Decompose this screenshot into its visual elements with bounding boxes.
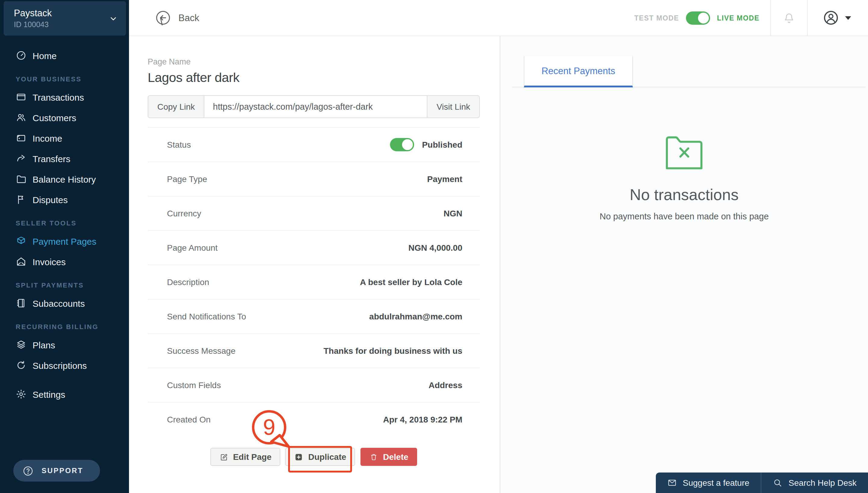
settings-icon <box>16 389 26 400</box>
detail-row-value: Published <box>422 140 462 149</box>
balance-history-icon <box>16 174 26 185</box>
suggest-feature-button[interactable]: Suggest a feature <box>655 472 761 493</box>
detail-row-label: Description <box>167 277 209 287</box>
panel-tabs: Recent Payments <box>512 36 866 87</box>
tab-recent-payments[interactable]: Recent Payments <box>524 56 633 87</box>
live-mode-label: LIVE MODE <box>717 14 760 21</box>
detail-row: Page TypePayment <box>148 162 480 196</box>
detail-row: Page AmountNGN 4,000.00 <box>148 230 480 264</box>
detail-row-value: NGN <box>443 209 462 218</box>
screenshot-stage: Paystack ID 100043 HomeYOUR BUSINESSTran… <box>0 0 868 493</box>
org-switcher-text: Paystack ID 100043 <box>14 8 52 29</box>
back-button[interactable]: Back <box>155 10 199 25</box>
payment-pages-icon <box>16 236 26 246</box>
edit-icon <box>219 452 228 462</box>
transactions-icon <box>16 92 26 103</box>
sidebar-item-label: Transactions <box>32 92 84 102</box>
detail-row-value-wrap: Apr 4, 2018 9:22 PM <box>383 415 462 424</box>
detail-row-value: A best seller by Lola Cole <box>360 277 462 287</box>
detail-row: Created OnApr 4, 2018 9:22 PM <box>148 402 480 436</box>
sidebar-item-label: Invoices <box>32 256 66 267</box>
edit-page-label: Edit Page <box>233 452 272 462</box>
sidebar-item-transfers[interactable]: Transfers <box>0 148 129 169</box>
detail-row-value: Apr 4, 2018 9:22 PM <box>383 415 462 424</box>
page-details-list: StatusPublishedPage TypePaymentCurrencyN… <box>148 127 480 436</box>
detail-row-value-wrap: Address <box>429 380 462 390</box>
sidebar-item-customers[interactable]: Customers <box>0 107 129 128</box>
detail-row-value-wrap: abdulrahman@me.com <box>369 312 462 321</box>
sidebar-item-label: Subaccounts <box>32 298 85 308</box>
subscriptions-icon <box>16 360 26 371</box>
envelope-icon <box>667 478 677 488</box>
detail-row-value-wrap: NGN 4,000.00 <box>408 243 462 253</box>
sidebar-item-subscriptions[interactable]: Subscriptions <box>0 355 129 376</box>
detail-row: StatusPublished <box>148 127 480 162</box>
sidebar-item-label: Home <box>32 50 57 61</box>
trash-icon <box>370 452 378 462</box>
detail-row-label: Currency <box>167 209 201 218</box>
page-detail-panel: Page Name Lagos after dark Copy Link Vis… <box>129 36 500 493</box>
sidebar-section-label: SPLIT PAYMENTS <box>0 281 129 289</box>
sidebar-item-label: Payment Pages <box>32 236 96 246</box>
page-url-input[interactable] <box>204 96 427 117</box>
detail-row: DescriptionA best seller by Lola Cole <box>148 264 480 299</box>
page-title: Lagos after dark <box>148 70 480 86</box>
copy-link-button[interactable]: Copy Link <box>148 96 204 117</box>
support-label: SUPPORT <box>42 467 83 475</box>
sidebar-section-label: SELLER TOOLS <box>0 219 129 227</box>
search-icon <box>773 478 782 488</box>
sidebar-item-transactions[interactable]: Transactions <box>0 87 129 107</box>
detail-row-value: NGN 4,000.00 <box>408 243 462 253</box>
duplicate-button[interactable]: Duplicate <box>285 448 355 466</box>
transfers-icon <box>16 153 26 164</box>
paystack-dashboard: Paystack ID 100043 HomeYOUR BUSINESSTran… <box>0 0 868 493</box>
sidebar-item-balance-history[interactable]: Balance History <box>0 169 129 189</box>
sidebar-item-invoices[interactable]: Invoices <box>0 251 129 272</box>
back-label: Back <box>178 12 199 23</box>
detail-row-label: Success Message <box>167 346 235 356</box>
detail-row: Success MessageThanks for doing business… <box>148 333 480 368</box>
topbar-divider <box>771 0 771 36</box>
delete-button[interactable]: Delete <box>361 448 417 466</box>
sidebar-item-home[interactable]: Home <box>0 45 129 66</box>
test-mode-label: TEST MODE <box>634 14 679 21</box>
detail-row: CurrencyNGN <box>148 196 480 230</box>
suggest-feature-label: Suggest a feature <box>682 478 749 488</box>
folder-x-icon <box>666 135 703 170</box>
status-toggle[interactable] <box>390 138 414 151</box>
sidebar-item-income[interactable]: Income <box>0 128 129 148</box>
org-switcher[interactable]: Paystack ID 100043 <box>4 1 126 36</box>
mode-toggle[interactable] <box>686 11 710 24</box>
sidebar-nav: HomeYOUR BUSINESSTransactionsCustomersIn… <box>0 36 129 404</box>
sidebar-item-label: Customers <box>32 112 76 123</box>
org-name: Paystack <box>14 8 52 19</box>
empty-state: No transactions No payments have been ma… <box>500 135 868 221</box>
detail-row-value: Payment <box>427 174 462 184</box>
detail-row: Send Notifications Toabdulrahman@me.com <box>148 299 480 333</box>
sidebar-item-subaccounts[interactable]: Subaccounts <box>0 293 129 314</box>
caret-down-icon <box>845 16 851 20</box>
sidebar-item-payment-pages[interactable]: Payment Pages <box>0 231 129 251</box>
sidebar-item-label: Settings <box>32 389 65 399</box>
bell-icon[interactable] <box>782 10 796 25</box>
sidebar-item-disputes[interactable]: Disputes <box>0 189 129 210</box>
sidebar-item-settings[interactable]: Settings <box>0 384 129 404</box>
income-icon <box>16 133 26 144</box>
edit-page-button[interactable]: Edit Page <box>210 448 281 466</box>
topbar-divider <box>807 0 808 36</box>
detail-row-label: Send Notifications To <box>167 312 246 321</box>
topbar-right: TEST MODE LIVE MODE <box>634 0 868 36</box>
help-circle-icon <box>22 465 34 476</box>
invoices-icon <box>16 256 26 267</box>
sidebar-item-label: Plans <box>32 340 55 350</box>
account-menu[interactable] <box>823 9 851 26</box>
customers-icon <box>16 112 26 123</box>
disputes-icon <box>16 194 26 205</box>
detail-row-label: Status <box>167 140 191 149</box>
detail-row-label: Page Type <box>167 174 207 184</box>
search-help-desk-button[interactable]: Search Help Desk <box>761 472 868 493</box>
chevron-down-icon <box>108 14 118 23</box>
visit-link-button[interactable]: Visit Link <box>427 96 479 117</box>
sidebar-item-plans[interactable]: Plans <box>0 335 129 355</box>
support-button[interactable]: SUPPORT <box>13 460 100 481</box>
